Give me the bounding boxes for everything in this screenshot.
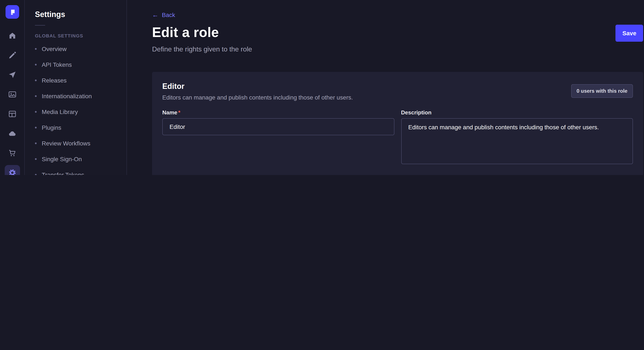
save-button[interactable]: Save [616,25,643,42]
sidebar-item-label: Media Library [42,108,78,115]
sidebar-title: Settings [35,10,126,19]
description-field-group: Description Editors can manage and publi… [401,109,633,166]
nav-rail: KD [0,0,25,175]
bullet-icon [35,158,37,160]
users-with-role-badge[interactable]: 0 users with this role [571,84,633,98]
bullet-icon [35,142,37,144]
description-label: Description [401,109,633,116]
bullet-icon [35,79,37,81]
main-content: ← Back Edit a role Save Define the right… [127,0,644,175]
role-details-card: Editor Editors can manage and publish co… [152,72,643,175]
sidebar-item-single-sign-on[interactable]: Single Sign-On [25,151,126,167]
bullet-icon [35,111,37,113]
bullet-icon [35,127,37,128]
back-label: Back [162,11,175,18]
sidebar-item-label: Single Sign-On [42,156,82,162]
bullet-icon [35,64,37,65]
sidebar-item-media-library[interactable]: Media Library [25,104,126,120]
page-title: Edit a role [152,25,219,40]
page-header: Edit a role Save [152,25,643,42]
sidebar-section-global-settings: GLOBAL SETTINGS [35,33,116,38]
required-asterisk: * [178,109,180,116]
sidebar-item-overview[interactable]: Overview [25,41,126,57]
name-field-group: Name* [162,109,394,166]
sidebar-item-plugins[interactable]: Plugins [25,120,126,135]
paper-plane-icon[interactable] [4,67,20,82]
back-arrow-icon: ← [152,11,158,18]
layout-icon[interactable] [4,106,20,122]
home-icon[interactable] [4,28,20,43]
strapi-logo-glyph [8,8,16,16]
sidebar-item-review-workflows[interactable]: Review Workflows [25,135,126,151]
bullet-icon [35,95,37,97]
sidebar-item-label: Internationalization [42,93,92,99]
page-subtitle: Define the rights given to the role [152,45,643,53]
media-library-icon[interactable] [4,87,20,102]
name-label-text: Name [162,109,178,116]
cloud-icon[interactable] [4,126,20,141]
cart-icon[interactable] [4,146,20,161]
sidebar-item-label: API Tokens [42,61,72,68]
settings-gear-icon[interactable] [4,165,20,175]
sidebar-divider [35,25,45,25]
role-description-text: Editors can manage and publish contents … [162,94,633,101]
sidebar-item-api-tokens[interactable]: API Tokens [25,57,126,72]
app-window: KD Settings GLOBAL SETTINGS Overview API… [0,0,644,175]
role-title: Editor [162,82,633,91]
description-textarea[interactable]: Editors can manage and publish contents … [401,118,633,164]
sidebar-item-internationalization[interactable]: Internationalization [25,88,126,104]
sidebar-item-label: Plugins [42,124,61,131]
bullet-icon [35,48,37,49]
sidebar-item-label: Overview [42,45,67,52]
sidebar-item-label: Review Workflows [42,140,90,147]
sidebar-item-label: Transfer Tokens [42,171,84,175]
name-label: Name* [162,109,394,116]
pen-icon[interactable] [4,48,20,63]
back-link[interactable]: ← Back [152,11,175,18]
sidebar-item-label: Releases [42,77,67,84]
bullet-icon [35,174,37,175]
rail-nav [4,28,20,175]
strapi-logo[interactable] [5,5,19,19]
sidebar-item-transfer-tokens[interactable]: Transfer Tokens [25,167,126,175]
name-input[interactable] [162,118,394,135]
sidebar-item-releases[interactable]: Releases [25,72,126,88]
role-form: Name* Description Editors can manage and… [162,109,633,166]
settings-sidebar: Settings GLOBAL SETTINGS Overview API To… [25,0,127,175]
